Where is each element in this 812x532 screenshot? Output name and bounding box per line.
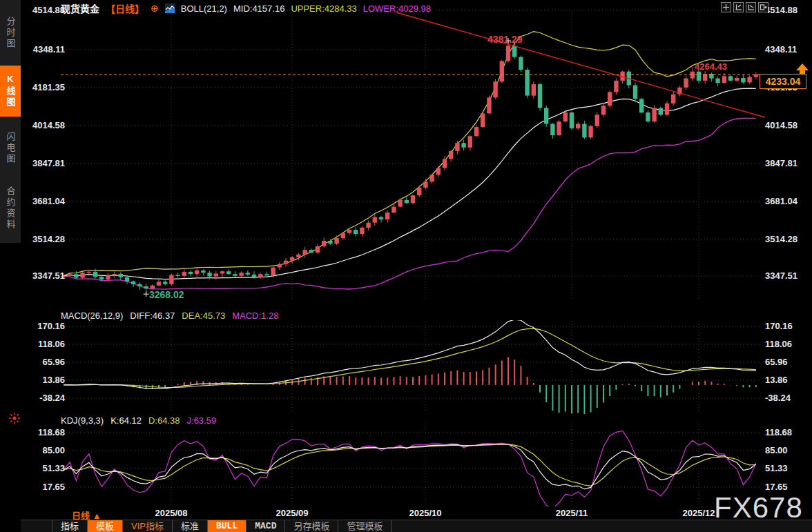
y-axis-label: 118.06: [22, 339, 65, 350]
y-axis-label: -38.24: [765, 393, 811, 404]
chart-toolbuttons: [721, 2, 768, 12]
price-annotation: 4381.29: [487, 34, 523, 45]
kdj-d-value: D:64.38: [148, 415, 180, 426]
y-axis-label: 4348.11: [765, 44, 811, 55]
x-axis-label: 2025/08: [144, 508, 199, 518]
chart-header: 现货黄金 【日线】 ⊕ BOLL(21,2) MID:4157.16 UPPER…: [61, 2, 431, 14]
exit-chart-icon[interactable]: [758, 2, 768, 12]
y-axis-label: 3847.81: [22, 158, 65, 169]
toolbar-tab-BULL[interactable]: BULL: [208, 520, 246, 532]
boll-lower-value: LOWER:4029.98: [363, 3, 431, 14]
sidebar-item-1[interactable]: 分时图: [0, 3, 21, 63]
last-price-box: 4233.04: [760, 74, 806, 89]
y-axis-label: 4514.88: [765, 5, 811, 16]
y-axis-label: 3681.04: [765, 196, 811, 207]
y-axis-label: 3347.51: [765, 270, 811, 282]
chart-app: { "header": { "symbol": "现货黄金", "period"…: [0, 0, 812, 532]
boll-mid-value: MID:4157.16: [233, 3, 284, 14]
y-axis-label: 4514.88: [22, 5, 65, 16]
y-axis-label: 3514.28: [22, 234, 65, 245]
sidebar-item-3[interactable]: 闪电图: [0, 119, 21, 177]
macd-diff-value: DIFF:46.37: [130, 311, 175, 321]
toolbar-tab-管理模板[interactable]: 管理模板: [338, 520, 392, 532]
sidebar-item-4[interactable]: 合约资料: [0, 170, 21, 247]
y-axis-label: 17.65: [22, 482, 65, 493]
axis-expand-icon[interactable]: [746, 2, 756, 12]
y-axis-label: 85.00: [765, 445, 811, 456]
y-axis-label: 65.96: [765, 357, 811, 368]
toolbar-tab-模板[interactable]: 模板: [88, 520, 123, 532]
y-axis-label: 13.86: [765, 375, 811, 386]
watermark: FX678: [714, 491, 803, 524]
y-axis-label: 118.68: [765, 427, 811, 438]
y-axis-label: 3681.04: [22, 196, 65, 207]
macd-dea-value: DEA:45.73: [182, 311, 225, 321]
y-axis-label: 118.68: [22, 427, 65, 438]
y-axis-label: 4348.11: [22, 44, 65, 55]
y-axis-label: 4014.58: [765, 120, 811, 131]
boll-upper-value: UPPER:4284.33: [291, 3, 356, 14]
toolbar-tab-标准[interactable]: 标准: [173, 520, 208, 532]
y-axis-label: 4181.35: [22, 82, 65, 93]
pan-icon[interactable]: [721, 2, 731, 12]
y-axis-label: 65.96: [22, 357, 65, 368]
bottom-toolbar: 指标模板VIP指标标准BULLMACD另存模板管理模板: [21, 520, 812, 532]
y-axis-label: 3347.51: [22, 270, 65, 282]
macd-header: MACD(26,12,9) DIFF:46.37 DEA:45.73 MACD:…: [61, 311, 278, 321]
y-axis-label: 51.33: [22, 463, 65, 474]
y-axis-label: 13.86: [22, 375, 65, 386]
boll-label: BOLL(21,2): [181, 3, 227, 14]
toolbar-tab-VIP指标[interactable]: VIP指标: [123, 520, 173, 532]
kdj-k-value: K:64.12: [110, 415, 142, 426]
y-axis-label: 51.33: [765, 463, 811, 474]
price-annotation: 4264.43: [695, 61, 727, 72]
indicator-chart-icon: [165, 3, 175, 13]
kdj-j-value: J:63.59: [187, 415, 217, 426]
y-axis-label: 118.06: [765, 339, 811, 350]
kdj-name: KDJ(9,3,3): [61, 415, 104, 426]
price-annotation: 3268.02: [149, 289, 184, 300]
y-axis-label: 85.00: [22, 445, 65, 456]
x-axis-label: 2025/09: [264, 508, 320, 518]
x-axis-label: 2025/11: [544, 508, 599, 518]
chart-canvas[interactable]: [0, 0, 812, 532]
x-axis-label: 2025/10: [398, 508, 453, 518]
toolbar-tab-另存模板[interactable]: 另存模板: [285, 520, 338, 532]
kdj-header: KDJ(9,3,3) K:64.12 D:64.38 J:63.59: [61, 415, 216, 426]
alert-dot-icon[interactable]: [8, 411, 21, 425]
macd-bar-value: MACD:1.28: [232, 311, 278, 321]
toolbar-tab-指标[interactable]: 指标: [52, 520, 88, 532]
toolbar-tab-MACD[interactable]: MACD: [246, 520, 285, 532]
sidebar-menu: 分时图K线图闪电图合约资料: [0, 0, 21, 243]
left-sidebar: 分时图K线图闪电图合约资料: [0, 0, 21, 532]
y-axis-label: 3514.28: [765, 234, 811, 245]
sidebar-item-2[interactable]: K线图: [0, 66, 21, 117]
axis-compress-icon[interactable]: [733, 2, 744, 12]
y-axis-label: -38.24: [22, 393, 65, 404]
y-axis-label: 4014.58: [22, 120, 65, 131]
symbol-name: 现货黄金: [61, 1, 99, 15]
y-axis-label: 170.16: [765, 321, 811, 332]
macd-name: MACD(26,12,9): [61, 311, 123, 321]
add-indicator-icon[interactable]: ⊕: [151, 3, 159, 13]
y-axis-label: 3847.81: [765, 158, 811, 169]
period-label: 【日线】: [106, 1, 144, 15]
y-axis-label: 170.16: [22, 321, 65, 332]
